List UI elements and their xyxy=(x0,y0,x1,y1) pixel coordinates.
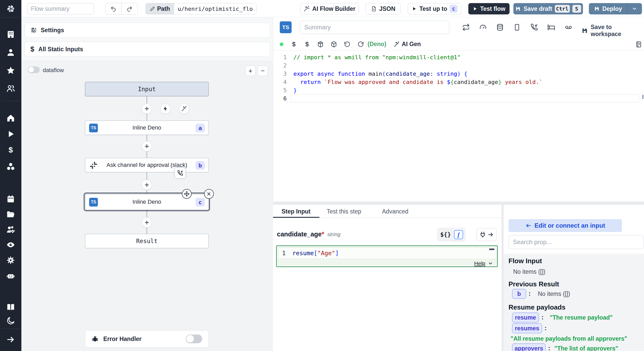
vars-dollar-icon[interactable]: $ xyxy=(305,41,309,48)
resume-pill[interactable]: resume xyxy=(512,313,539,322)
deploy-button[interactable]: Deploy xyxy=(589,3,642,14)
mock-voicemail-icon[interactable] xyxy=(565,23,572,31)
tab-advanced[interactable]: Advanced xyxy=(382,208,408,215)
save-to-workspace-button[interactable]: Save to workspace xyxy=(581,24,644,38)
deploy-label: Deploy xyxy=(602,5,622,12)
package-icon[interactable] xyxy=(317,41,324,48)
package-lock-icon[interactable] xyxy=(331,41,337,48)
expression-line[interactable]: 1 resume["Age"] xyxy=(278,247,497,259)
minimap-mark xyxy=(489,249,494,250)
redo-button[interactable] xyxy=(121,3,138,15)
zoom-in-button[interactable]: + xyxy=(245,66,256,76)
path-label: Path xyxy=(157,5,170,12)
concurrency-gauge-icon[interactable] xyxy=(479,23,487,31)
schedules-calendar-icon[interactable] xyxy=(6,194,15,203)
insert-trigger-button[interactable] xyxy=(160,104,171,114)
suspend-phone-icon[interactable] xyxy=(530,23,538,31)
folders-icon[interactable] xyxy=(6,210,15,219)
help-link[interactable]: Help xyxy=(474,260,485,267)
input-node-label: Input xyxy=(85,86,208,92)
flow-node-a[interactable]: TS Inline Deno a xyxy=(85,121,209,135)
ai-insert-wand-button[interactable] xyxy=(179,104,189,114)
error-handler-toggle[interactable] xyxy=(186,335,202,343)
tab-test-this-step[interactable]: Test this step xyxy=(327,208,361,215)
vertical-resize-handle[interactable] xyxy=(502,205,504,351)
expression-editor[interactable]: 1 resume["Age"] Help xyxy=(276,245,498,267)
insert-step-button[interactable] xyxy=(142,104,152,114)
ai-gen-button[interactable]: AI Gen xyxy=(394,41,421,48)
insert-step-button[interactable] xyxy=(142,217,152,228)
assets-dollar-icon[interactable]: $ xyxy=(292,41,295,48)
line-number: 3 xyxy=(273,71,287,77)
reset-rotate-ccw-icon[interactable] xyxy=(344,41,351,48)
play-outline-icon xyxy=(412,6,417,11)
sleep-bed-icon[interactable] xyxy=(547,23,555,31)
groups-users-gear-icon[interactable] xyxy=(6,225,15,234)
star-icon[interactable] xyxy=(6,66,15,75)
move-node-handle[interactable] xyxy=(182,189,192,199)
horizontal-resize-handle[interactable] xyxy=(273,202,644,205)
delete-node-button[interactable] xyxy=(204,189,214,199)
slack-icon xyxy=(89,161,98,170)
resumes-pill[interactable]: resumes xyxy=(512,323,542,333)
path-field[interactable]: Path u/henri/optimistic_flo xyxy=(146,3,257,14)
sidebar-divider xyxy=(2,101,20,101)
resources-boxes-icon[interactable] xyxy=(6,162,15,171)
flow-summary-input[interactable]: Flow summary xyxy=(27,3,94,14)
undo-button[interactable] xyxy=(105,3,122,15)
audit-eye-icon[interactable] xyxy=(6,240,15,249)
approvers-pill[interactable]: approvers xyxy=(512,344,546,351)
javascript-fn-toggle-selected[interactable]: f xyxy=(453,229,464,241)
error-handler-label: Error Handler xyxy=(103,336,181,343)
edit-or-connect-button[interactable]: Edit or connect an input xyxy=(509,219,622,232)
dataflow-toggle[interactable] xyxy=(28,66,40,73)
insert-step-button[interactable] xyxy=(142,141,152,151)
retry-repeat-icon[interactable] xyxy=(462,23,470,31)
settings-gear-icon[interactable] xyxy=(6,256,15,265)
reload-refresh-icon[interactable] xyxy=(357,41,364,48)
deploy-dropdown-button[interactable] xyxy=(627,6,642,12)
early-stop-icon[interactable] xyxy=(513,23,521,31)
expand-sidebar-arrow-icon[interactable] xyxy=(6,335,15,344)
tab-step-input[interactable]: Step Input xyxy=(282,208,310,215)
code-line-6-active: 6 xyxy=(273,94,293,102)
all-static-inputs-label: All Static Inputs xyxy=(38,46,83,53)
home-icon[interactable] xyxy=(6,114,15,123)
zoom-out-button[interactable]: − xyxy=(258,66,268,76)
ai-flow-builder-button[interactable]: AI Flow Builder xyxy=(300,3,359,14)
test-up-to-button[interactable]: Test up to c xyxy=(408,3,461,14)
template-expr-toggle[interactable]: ${} xyxy=(438,231,451,238)
runs-play-icon[interactable] xyxy=(6,130,15,139)
cache-database-icon[interactable] xyxy=(496,23,504,31)
flow-node-result[interactable]: Result xyxy=(85,234,209,248)
input-mode-toggle-group: ${} f xyxy=(437,228,465,242)
json-button[interactable]: JSON xyxy=(366,3,401,14)
save-icon xyxy=(515,6,521,12)
ai-bot-icon[interactable] xyxy=(6,271,15,280)
all-static-inputs-row[interactable]: $ All Static Inputs xyxy=(24,42,270,57)
users-icon[interactable] xyxy=(6,84,15,93)
docs-book-icon[interactable] xyxy=(6,303,15,312)
insert-step-button[interactable] xyxy=(142,180,152,190)
error-handler-row[interactable]: Error Handler xyxy=(85,330,209,347)
language-label[interactable]: (Deno) xyxy=(368,41,386,48)
windmill-logo-icon[interactable] xyxy=(5,3,16,14)
dark-mode-moon-icon[interactable] xyxy=(6,316,15,325)
flow-node-input[interactable]: Input xyxy=(85,82,209,96)
search-prop-input[interactable]: Search prop... xyxy=(509,235,643,249)
workspace-building-icon[interactable] xyxy=(6,30,15,39)
colon: : xyxy=(529,290,531,297)
code-line-4: 4 return `Flow was approved and candidat… xyxy=(273,78,543,86)
flow-settings-row[interactable]: Settings xyxy=(24,23,270,38)
summary-input[interactable]: Summary xyxy=(300,21,449,34)
play-filled-icon xyxy=(472,6,478,11)
variables-dollar-icon[interactable]: $ xyxy=(6,145,15,154)
connect-input-plug-button[interactable] xyxy=(477,228,497,241)
save-draft-button[interactable]: Save draft Ctrl S xyxy=(513,3,583,14)
user-icon[interactable] xyxy=(6,48,15,57)
test-flow-button[interactable]: Test flow xyxy=(468,3,510,14)
flow-node-b[interactable]: Ask channel for approval (slack) b xyxy=(85,158,209,172)
code-line-3: 3export async function main(candidate_ag… xyxy=(273,70,468,78)
prev-result-pill-b[interactable]: b xyxy=(512,289,526,299)
script-library-icon[interactable] xyxy=(635,41,642,48)
